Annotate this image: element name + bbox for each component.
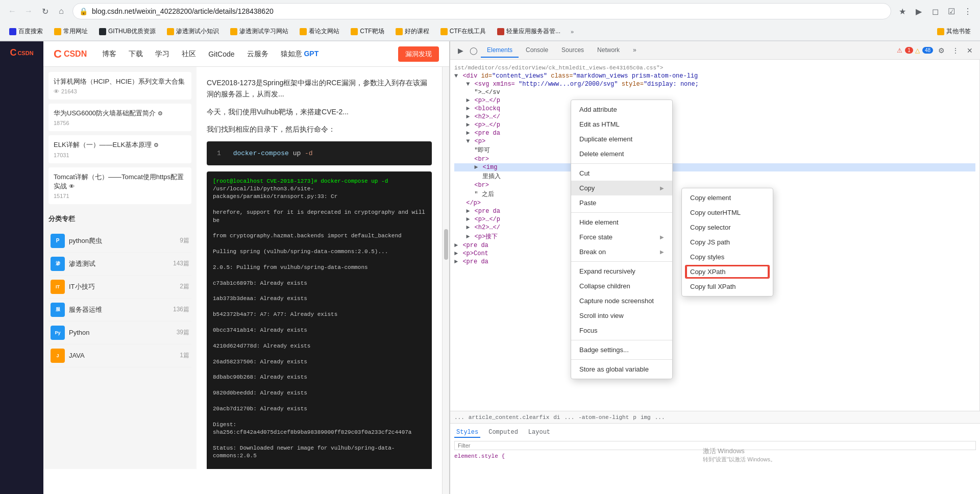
devtools-device-button[interactable]: ◯ [468,44,480,57]
element-row-svg[interactable]: ▼ <svg xm1ns= "http://www...org/2000/svg… [454,80,975,88]
bookmark-ctf-tools[interactable]: CTF在线工具 [436,26,490,37]
el-collapse-pre1[interactable]: ► [466,130,470,137]
element-row-div[interactable]: ▼ <div id="content_views" class="markdow… [454,72,975,80]
context-store-global[interactable]: Store as global variable [571,362,672,377]
bookmark-ctf[interactable]: CTF靶场 [347,26,388,37]
element-row-p-open[interactable]: ▼ <p> [454,137,975,145]
context-add-attribute[interactable]: Add attribute [571,102,672,117]
element-row-img[interactable]: ► <img [454,163,975,171]
reload-button[interactable]: ↻ [38,4,52,18]
element-row-p2[interactable]: ► <p>…</p [454,121,975,129]
copy-styles[interactable]: Copy styles [682,250,773,264]
breadcrumb-img[interactable]: img [641,414,651,421]
forward-button[interactable]: → [21,4,36,18]
address-bar[interactable]: 🔒 blog.csdn.net/weixin_40228200/article/… [72,3,891,19]
el-collapse-pre3[interactable]: ► [454,242,458,249]
bookmark-pentest1[interactable]: 渗透测试小知识 [163,26,223,37]
bookmark-pentest2[interactable]: 渗透测试学习网站 [226,26,292,37]
category-it[interactable]: IT IT小技巧 2篇 [48,276,191,299]
article-item-4[interactable]: Tomcat详解（七）——Tomcat使用https配置实战 👁 15171 [48,167,191,204]
devtools-settings-button[interactable]: ⚙ [935,44,947,57]
nav-download[interactable]: 下载 [128,47,144,61]
context-collapse[interactable]: Collapse children [571,279,672,293]
styles-tab-layout[interactable]: Layout [526,428,552,438]
el-collapse-pre4[interactable]: ► [454,258,458,265]
tab-sources[interactable]: Sources [555,43,590,58]
context-delete[interactable]: Delete element [571,146,672,161]
copy-selector[interactable]: Copy selector [682,220,773,235]
category-java[interactable]: Py Python 39篇 [48,322,191,344]
screen-cast-button[interactable]: ▶ [912,4,926,18]
category-python[interactable]: P python爬虫 9篇 [48,230,191,253]
breadcrumb-dots3[interactable]: ... [655,414,665,421]
copy-xpath[interactable]: Copy XPath [682,264,773,279]
menu-button[interactable]: ⋮ [961,4,975,18]
bookmark-paper[interactable]: 看论文网站 [296,26,344,37]
context-duplicate[interactable]: Duplicate element [571,132,672,146]
tab-network[interactable]: Network [591,43,626,58]
breadcrumb-dots2[interactable]: ... [564,414,574,421]
bookmark-other[interactable]: 其他书签 [933,26,975,37]
devtools-inspect-button[interactable]: ▶ [454,44,467,57]
scroll-indicator[interactable] [442,67,449,494]
breadcrumb-di[interactable]: di [553,414,560,421]
context-hide[interactable]: Hide element [571,215,672,230]
category-javalang[interactable]: J JAVA 1篇 [48,344,191,367]
profile-button[interactable]: ☑ [944,4,959,18]
el-collapse-pcont[interactable]: ► [454,250,458,257]
el-collapse-p1[interactable]: ► [466,97,470,104]
bookmark-github[interactable]: GITHUB优质资源 [95,26,160,37]
nav-gitcode[interactable]: GitCode [207,48,235,60]
copy-js-path[interactable]: Copy JS path [682,235,773,250]
el-collapse-pre2[interactable]: ► [466,208,470,215]
copy-element[interactable]: Copy element [682,190,773,205]
breadcrumb-dots[interactable]: ... [454,414,464,421]
element-row-text1[interactable]: "即可 [454,145,975,155]
el-collapse-svg[interactable]: ▼ [466,81,470,88]
article-item-2[interactable]: 华为USG6000防火墙基础配置简介 ⚙ 18756 [48,104,191,131]
context-paste[interactable]: Paste [571,195,672,210]
tab-elements[interactable]: Elements [481,43,519,58]
breadcrumb-atom[interactable]: -atom-one-light [578,414,629,421]
el-collapse-div[interactable]: ▼ [454,72,458,80]
search-button[interactable]: 漏洞发现 [398,46,439,62]
bookmark-button[interactable]: ★ [895,4,910,18]
context-cut[interactable]: Cut [571,166,672,181]
bookmark-server[interactable]: 轻量应用服务器管... [493,26,565,37]
context-edit-html[interactable]: Edit as HTML [571,117,672,132]
home-button[interactable]: ⌂ [54,4,68,18]
nav-community[interactable]: 社区 [181,47,197,61]
breadcrumb-p[interactable]: p [633,414,636,421]
category-server[interactable]: 服 服务器运维 136篇 [48,299,191,322]
article-item-1[interactable]: 计算机网络（HCIP、HCIE）系列文章大合集 👁 21643 [48,72,191,100]
context-focus[interactable]: Focus [571,323,672,338]
nav-learn[interactable]: 学习 [154,47,170,61]
el-collapse-h2[interactable]: ► [466,113,470,120]
element-row-h2[interactable]: ► <h2>…</ [454,113,975,121]
el-collapse-blockq[interactable]: ► [466,105,470,112]
element-row-svg-close[interactable]: ">…</sv [454,88,975,96]
el-collapse-h22[interactable]: ► [466,224,470,231]
styles-filter-input[interactable] [454,441,976,450]
el-collapse-img[interactable]: ► [474,164,478,171]
context-force-state[interactable]: Force state [571,230,672,244]
el-collapse-p3[interactable]: ► [466,216,470,223]
element-row-imgtext[interactable]: 里插入 [454,171,975,181]
devtools-close-button[interactable]: ✕ [964,44,976,57]
element-row-p1[interactable]: ► <p>…</p [454,96,975,105]
copy-outerhtml[interactable]: Copy outerHTML [682,205,773,220]
context-badge[interactable]: Badge settings... [571,342,672,357]
bookmarks-more[interactable]: » [568,27,577,36]
el-collapse-popen[interactable]: ▼ [466,138,470,145]
tab-more[interactable]: » [627,43,643,58]
context-expand[interactable]: Expand recursively [571,264,672,279]
styles-tab-styles[interactable]: Styles [454,428,480,438]
category-pentest[interactable]: 渗 渗透测试 143篇 [48,253,191,276]
nav-blog[interactable]: 博客 [101,47,117,61]
back-button[interactable]: ← [5,4,19,18]
copy-full-xpath[interactable]: Copy full XPath [682,279,773,294]
window-controls[interactable]: ◻ [928,4,942,18]
context-scroll[interactable]: Scroll into view [571,308,672,323]
element-row-pre1[interactable]: ► <pre da [454,129,975,137]
bookmark-baidu[interactable]: 百度搜索 [5,26,47,37]
